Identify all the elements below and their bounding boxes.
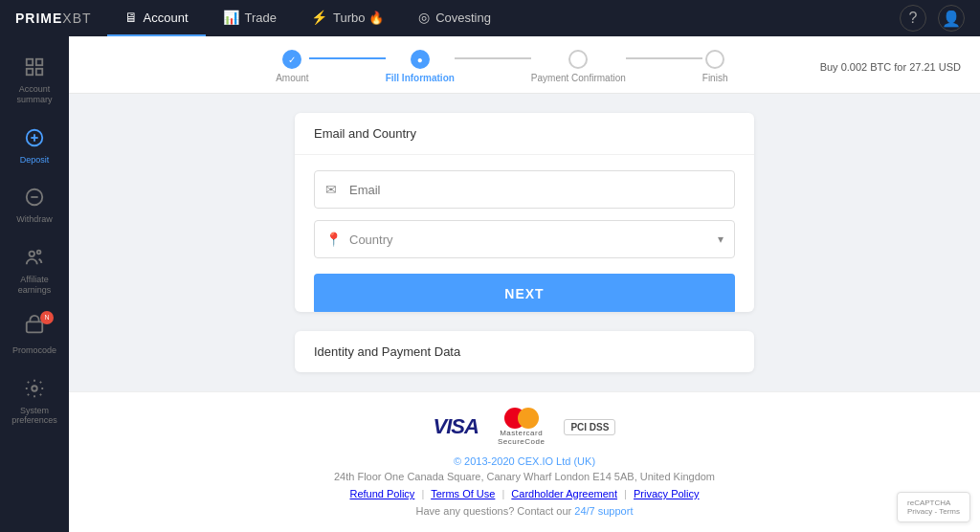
email-country-form: Email and Country ✉ 📍 Country United Sta… bbox=[295, 113, 754, 312]
sidebar-item-account-summary[interactable]: Account summary bbox=[0, 44, 69, 115]
svg-point-10 bbox=[37, 251, 41, 255]
sidebar-item-system-preferences[interactable]: System preferences bbox=[0, 366, 69, 436]
svg-rect-1 bbox=[36, 59, 42, 65]
pci-dss-logo: PCI DSS bbox=[564, 419, 615, 435]
progress-bar-area: ✓ Amount ● Fill Information Payment Conf… bbox=[69, 36, 980, 94]
identity-section-title: Identity and Payment Data bbox=[295, 331, 754, 372]
form-body: ✉ 📍 Country United States United Kingdom… bbox=[295, 155, 754, 312]
support-text: Have any questions? Contact our bbox=[416, 505, 572, 517]
nav-right: ? 👤 bbox=[900, 5, 980, 32]
mastercard-circles bbox=[504, 408, 539, 429]
divider-2: | bbox=[501, 488, 504, 499]
terms-of-use-link[interactable]: Terms Of Use bbox=[431, 488, 495, 499]
recaptcha-text: reCAPTCHAPrivacy - Terms bbox=[907, 499, 960, 516]
sidebar-item-promocode[interactable]: N Promocode bbox=[0, 305, 69, 366]
sidebar: Account summary Deposit Withdraw bbox=[0, 36, 69, 532]
affiliate-icon bbox=[21, 244, 48, 271]
settings-icon bbox=[21, 375, 48, 402]
step-line-2 bbox=[455, 57, 531, 59]
mastercard-logo: MastercardSecureCode bbox=[498, 408, 545, 446]
nav-tab-turbo[interactable]: ⚡ Turbo 🔥 bbox=[294, 0, 401, 36]
country-select-wrap: 📍 Country United States United Kingdom G… bbox=[314, 220, 735, 258]
account-summary-icon bbox=[21, 54, 48, 80]
step-fill-information: ● Fill Information bbox=[386, 50, 455, 83]
nav-tab-covesting-label: Covesting bbox=[435, 11, 491, 25]
cardholder-agreement-link[interactable]: Cardholder Agreement bbox=[511, 488, 617, 499]
top-navigation: PRIME XBT 🖥 Account 📊 Trade ⚡ Turbo 🔥 ◎ … bbox=[0, 0, 980, 36]
step-line-1 bbox=[309, 57, 386, 59]
nav-tab-account-label: Account bbox=[144, 11, 189, 25]
sidebar-label-settings: System preferences bbox=[6, 406, 63, 427]
divider-1: | bbox=[421, 488, 424, 499]
new-badge: N bbox=[40, 311, 54, 324]
covesting-nav-icon: ◎ bbox=[418, 10, 430, 25]
footer: VISA MastercardSecureCode PCI DSS © 2013… bbox=[69, 391, 980, 532]
support-link[interactable]: 24/7 support bbox=[574, 505, 633, 517]
svg-rect-2 bbox=[27, 69, 33, 75]
deposit-icon bbox=[21, 124, 48, 151]
sidebar-label-account-summary: Account summary bbox=[6, 84, 63, 105]
user-icon[interactable]: 👤 bbox=[938, 5, 965, 32]
footer-links: Refund Policy | Terms Of Use | Cardholde… bbox=[88, 488, 961, 499]
step-line-3 bbox=[626, 57, 702, 59]
step-circle-amount: ✓ bbox=[282, 50, 301, 69]
footer-address: 24th Floor One Canada Square, Canary Wha… bbox=[88, 471, 961, 482]
sidebar-item-affiliate-earnings[interactable]: Affiliate earnings bbox=[0, 234, 69, 305]
form-section-title: Email and Country bbox=[295, 113, 754, 155]
sidebar-label-affiliate: Affiliate earnings bbox=[6, 275, 63, 296]
sidebar-label-deposit: Deposit bbox=[20, 155, 50, 166]
progress-steps: ✓ Amount ● Fill Information Payment Conf… bbox=[184, 50, 820, 83]
buy-info: Buy 0.002 BTC for 27.21 USD bbox=[820, 61, 961, 73]
identity-payment-section: Identity and Payment Data bbox=[295, 331, 754, 372]
help-icon[interactable]: ? bbox=[900, 5, 926, 32]
nav-tab-covesting[interactable]: ◎ Covesting bbox=[401, 0, 508, 36]
nav-tab-account[interactable]: 🖥 Account bbox=[107, 0, 206, 36]
main-layout: Account summary Deposit Withdraw bbox=[0, 36, 980, 532]
step-label-amount: Amount bbox=[276, 73, 308, 83]
logo: PRIME XBT bbox=[0, 11, 107, 26]
step-circle-fill: ● bbox=[411, 50, 430, 69]
turbo-nav-icon: ⚡ bbox=[311, 10, 327, 25]
logo-xbt: XBT bbox=[62, 11, 91, 26]
nav-tabs: 🖥 Account 📊 Trade ⚡ Turbo 🔥 ◎ Covesting bbox=[107, 0, 508, 36]
nav-tab-trade[interactable]: 📊 Trade bbox=[206, 0, 294, 36]
visa-logo: VISA bbox=[434, 414, 479, 439]
payment-logos: VISA MastercardSecureCode PCI DSS bbox=[88, 408, 961, 446]
account-nav-icon: 🖥 bbox=[124, 10, 138, 25]
country-select[interactable]: Country United States United Kingdom Ger… bbox=[314, 220, 735, 258]
trade-nav-icon: 📊 bbox=[223, 10, 239, 25]
sidebar-label-withdraw: Withdraw bbox=[16, 214, 53, 225]
step-circle-payment bbox=[568, 50, 588, 69]
email-input[interactable] bbox=[314, 170, 735, 209]
withdraw-icon bbox=[21, 184, 48, 211]
nav-tab-turbo-label: Turbo 🔥 bbox=[333, 11, 384, 25]
step-circle-finish bbox=[705, 50, 724, 69]
location-icon: 📍 bbox=[325, 232, 342, 247]
nav-tab-trade-label: Trade bbox=[245, 11, 277, 25]
sidebar-label-promocode: Promocode bbox=[12, 345, 56, 356]
sidebar-item-deposit[interactable]: Deposit bbox=[0, 115, 69, 175]
next-button[interactable]: NEXT bbox=[314, 274, 735, 312]
email-input-wrap: ✉ bbox=[314, 170, 735, 209]
refund-policy-link[interactable]: Refund Policy bbox=[349, 488, 414, 499]
step-label-payment: Payment Confirmation bbox=[531, 73, 626, 83]
step-finish: Finish bbox=[702, 50, 728, 83]
svg-point-9 bbox=[30, 252, 35, 257]
privacy-policy-link[interactable]: Privacy Policy bbox=[634, 488, 699, 499]
mastercard-text: MastercardSecureCode bbox=[498, 429, 545, 446]
divider-3: | bbox=[624, 488, 627, 499]
svg-rect-3 bbox=[36, 69, 42, 75]
content-area: ✓ Amount ● Fill Information Payment Conf… bbox=[69, 36, 980, 532]
recaptcha-badge: reCAPTCHAPrivacy - Terms bbox=[897, 492, 970, 522]
promocode-icon: N bbox=[21, 315, 48, 342]
svg-rect-11 bbox=[27, 321, 43, 332]
logo-prime: PRIME bbox=[15, 11, 62, 26]
footer-copyright: © 2013-2020 CEX.IO Ltd (UK) bbox=[88, 455, 961, 467]
email-icon: ✉ bbox=[325, 182, 337, 197]
step-label-finish: Finish bbox=[702, 73, 728, 83]
svg-rect-0 bbox=[27, 59, 33, 65]
step-payment-confirmation: Payment Confirmation bbox=[531, 50, 626, 83]
footer-support: Have any questions? Contact our 24/7 sup… bbox=[88, 505, 961, 517]
sidebar-item-withdraw[interactable]: Withdraw bbox=[0, 174, 69, 234]
svg-point-12 bbox=[32, 386, 37, 391]
